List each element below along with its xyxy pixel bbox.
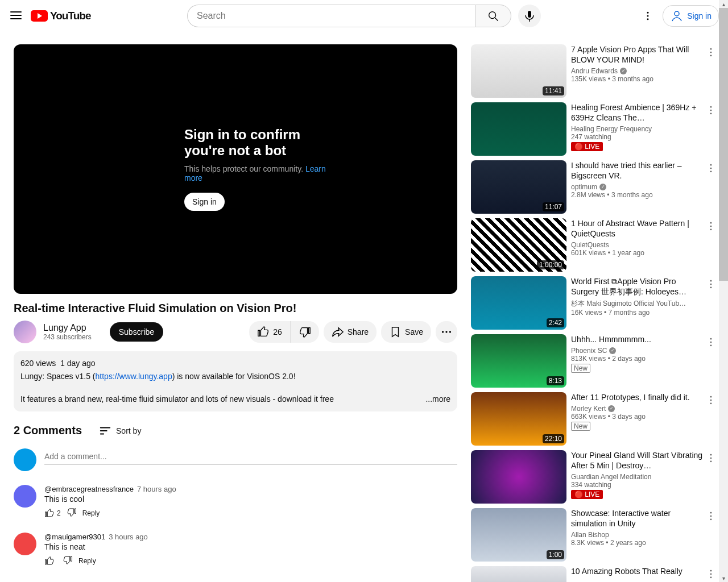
like-button[interactable]: 26: [249, 321, 291, 343]
rec-options-button[interactable]: [705, 221, 717, 234]
rec-title[interactable]: 10 Amazing Robots That Really: [571, 566, 705, 576]
rec-channel[interactable]: optimum: [571, 183, 705, 191]
rec-title[interactable]: World First ⧉Apple Vision Pro Surgery 世界…: [571, 276, 705, 297]
comment-avatar[interactable]: [14, 533, 36, 555]
rec-options-button[interactable]: [705, 105, 717, 118]
add-comment-input[interactable]: [44, 448, 457, 465]
recommendation-item[interactable]: 11:41 7 Apple Vision Pro Apps That Will …: [471, 44, 714, 98]
rec-thumbnail[interactable]: 2:42: [471, 276, 566, 330]
comment-author[interactable]: @embracegreatnessfrance: [44, 485, 134, 493]
rec-thumbnail[interactable]: [471, 566, 566, 582]
reply-button[interactable]: Reply: [82, 509, 100, 517]
save-button[interactable]: Save: [381, 321, 431, 343]
rec-options-button[interactable]: [705, 394, 717, 408]
menu-icon[interactable]: [9, 9, 23, 24]
rec-options-button[interactable]: [705, 163, 717, 176]
kebab-icon: [705, 163, 717, 174]
comment-avatar[interactable]: [14, 485, 36, 508]
rec-options-button[interactable]: [705, 510, 717, 523]
subscribe-button[interactable]: Subscribe: [110, 322, 163, 342]
svg-point-37: [710, 519, 712, 521]
show-more-button[interactable]: ...more: [422, 394, 450, 405]
comment-like-button[interactable]: 2: [44, 508, 61, 518]
comment-dislike-button[interactable]: [67, 507, 77, 519]
rec-thumbnail[interactable]: 1:00: [471, 508, 566, 562]
rec-meta: 663K views • 3 days ago: [571, 413, 705, 421]
recommendation-item[interactable]: 11:07 I should have tried this earlier –…: [471, 160, 714, 214]
comment-dislike-button[interactable]: [63, 555, 73, 567]
reply-button[interactable]: Reply: [78, 557, 96, 565]
recommendation-item[interactable]: 10 Amazing Robots That Really: [471, 566, 714, 582]
rec-options-button[interactable]: [705, 452, 717, 465]
scroll-down-arrow[interactable]: ▾: [719, 574, 728, 582]
comments-list: @embracegreatnessfrance7 hours ago This …: [14, 485, 457, 567]
rec-thumbnail[interactable]: 1:00:00: [471, 218, 566, 272]
player-signin-button[interactable]: Sign in: [184, 193, 225, 211]
more-actions-button[interactable]: [436, 321, 457, 343]
sort-button[interactable]: Sort by: [99, 425, 141, 437]
rec-channel[interactable]: Guardian Angel Meditation: [571, 473, 705, 481]
description-link[interactable]: https://www.lungy.app: [96, 372, 172, 381]
rec-channel[interactable]: Morley Kert: [571, 405, 705, 413]
rec-options-button[interactable]: [705, 278, 717, 292]
rec-thumbnail[interactable]: [471, 450, 566, 504]
voice-search-button[interactable]: [518, 5, 541, 27]
video-player[interactable]: Sign in to confirm you're not a bot This…: [14, 44, 457, 294]
rec-options-button[interactable]: [705, 336, 717, 350]
rec-channel[interactable]: QuietQuests: [571, 241, 705, 249]
rec-thumbnail[interactable]: 11:41: [471, 44, 566, 98]
rec-options-button[interactable]: [705, 47, 717, 60]
rec-thumbnail[interactable]: 8:13: [471, 334, 566, 388]
recommendation-item[interactable]: 1:00:00 1 Hour of Abstract Wave Pattern …: [471, 218, 714, 272]
rec-title[interactable]: Your Pineal Gland Will Start Vibrating A…: [571, 450, 705, 471]
recommendation-item[interactable]: 22:10 After 11 Prototypes, I finally did…: [471, 392, 714, 446]
rec-thumbnail[interactable]: [471, 102, 566, 156]
comment-item: @mauigamer93013 hours ago This is neat R…: [14, 533, 457, 567]
rec-title[interactable]: 1 Hour of Abstract Wave Pattern | QuietQ…: [571, 218, 705, 239]
svg-point-35: [710, 512, 712, 514]
channel-name[interactable]: Lungy App: [43, 323, 92, 333]
share-button[interactable]: Share: [324, 321, 377, 343]
rec-thumbnail[interactable]: 22:10: [471, 392, 566, 446]
recommendation-item[interactable]: Your Pineal Gland Will Start Vibrating A…: [471, 450, 714, 504]
rec-title[interactable]: Showcase: Interactive water simulation i…: [571, 508, 705, 529]
scroll-up-arrow[interactable]: ▴: [719, 0, 728, 8]
channel-avatar[interactable]: [14, 321, 36, 343]
rec-options-button[interactable]: [705, 568, 717, 581]
recommendation-item[interactable]: 1:00 Showcase: Interactive water simulat…: [471, 508, 714, 562]
comment-like-button[interactable]: [44, 556, 57, 566]
channel-block[interactable]: Lungy App 243 subscribers Subscribe: [14, 321, 163, 343]
rec-thumbnail[interactable]: 11:07: [471, 160, 566, 214]
scroll-thumb[interactable]: [719, 8, 728, 281]
dislike-button[interactable]: [291, 321, 319, 343]
search-input[interactable]: [187, 5, 475, 27]
my-avatar[interactable]: [14, 448, 36, 471]
comment-author[interactable]: @mauigamer9301: [44, 533, 105, 541]
rec-meta: 2.8M views • 3 months ago: [571, 191, 705, 199]
description-box[interactable]: 620 views 1 day ago Lungy: Spaces v1.5 (…: [14, 351, 457, 411]
player-overlay: Sign in to confirm you're not a bot This…: [14, 127, 332, 211]
description-body: Lungy: Spaces v1.5 (https://www.lungy.ap…: [20, 371, 450, 405]
rec-channel[interactable]: Phoenix SC: [571, 347, 705, 355]
rec-channel[interactable]: Allan Bishop: [571, 531, 705, 539]
recommendation-item[interactable]: Healing Forest Ambience | 369Hz + 639Hz …: [471, 102, 714, 156]
svg-rect-2: [528, 11, 531, 18]
kebab-icon: [705, 510, 717, 522]
rec-channel[interactable]: Healing Energy Frequency: [571, 125, 705, 133]
recommendation-item[interactable]: 8:13 Uhhh... Hmmmmmm... Phoenix SC 813K …: [471, 334, 714, 388]
svg-point-33: [710, 458, 712, 459]
rec-title[interactable]: After 11 Prototypes, I finally did it.: [571, 392, 705, 402]
signin-button[interactable]: Sign in: [663, 5, 719, 27]
rec-channel[interactable]: Andru Edwards: [571, 67, 705, 75]
rec-title[interactable]: Uhhh... Hmmmmmm...: [571, 334, 705, 344]
rec-channel[interactable]: 杉本 Maki Sugimoto Official YouTub…: [571, 299, 705, 309]
rec-title[interactable]: Healing Forest Ambience | 369Hz + 639Hz …: [571, 102, 705, 123]
settings-kebab[interactable]: [638, 6, 658, 26]
scrollbar[interactable]: ▴ ▾: [719, 0, 728, 582]
youtube-logo[interactable]: YouTube: [31, 10, 90, 22]
rec-title[interactable]: 7 Apple Vision Pro Apps That Will BLOW Y…: [571, 44, 705, 65]
recommendation-item[interactable]: 2:42 World First ⧉Apple Vision Pro Surge…: [471, 276, 714, 330]
duration-badge: 8:13: [547, 376, 564, 385]
search-button[interactable]: [475, 5, 511, 27]
rec-title[interactable]: I should have tried this earlier – Bigsc…: [571, 160, 705, 181]
